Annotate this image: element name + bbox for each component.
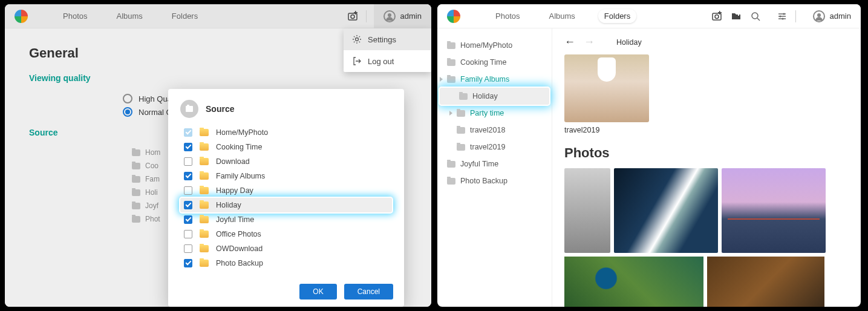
folder-label: Phot	[145, 215, 160, 223]
sidebar-item[interactable]: travel2018	[437, 122, 552, 139]
svg-rect-3	[354, 12, 357, 13]
checkbox[interactable]	[184, 201, 192, 209]
sidebar-item-label: travel2018	[470, 126, 505, 134]
sidebar-item-label: Home/MyPhoto	[460, 41, 512, 50]
checkbox[interactable]	[184, 259, 192, 267]
svg-rect-6	[187, 105, 189, 106]
folder-label: Coo	[145, 162, 158, 170]
ok-button[interactable]: OK	[299, 284, 336, 300]
menu-logout-label: Log out	[368, 57, 394, 66]
app-logo[interactable]	[15, 10, 28, 23]
folder-icon	[132, 149, 140, 156]
source-row[interactable]: Photo Backup	[180, 256, 392, 270]
filter-icon[interactable]	[776, 10, 788, 22]
source-row[interactable]: Holiday	[180, 198, 392, 212]
svg-point-13	[752, 13, 758, 19]
folder-thumb-travel2019[interactable]	[564, 54, 649, 122]
source-row[interactable]: Office Photos	[180, 227, 392, 241]
sidebar-item-label: Party time	[470, 109, 504, 117]
folder-icon	[200, 158, 209, 165]
add-folder-icon[interactable]	[730, 10, 742, 22]
expand-arrow-icon	[449, 111, 452, 116]
photos-heading: Photos	[564, 145, 849, 161]
settings-window: Photos Albums Folders admin Settings Log…	[5, 4, 431, 307]
folder-content: ← → Holiday travel2019 Photos	[552, 28, 861, 307]
photo-thumb[interactable]	[614, 168, 718, 253]
source-row[interactable]: Happy Day	[180, 183, 392, 198]
sidebar-item[interactable]: Photo Backup	[437, 172, 552, 189]
expand-arrow-icon	[440, 77, 443, 82]
nav-tabs: Photos Albums Folders	[57, 9, 330, 23]
folder-label: Fam	[145, 175, 160, 183]
nav-folders[interactable]: Folders	[166, 9, 204, 23]
section-viewing-quality: Viewing quality	[29, 73, 407, 83]
nav-back-icon[interactable]: ←	[564, 36, 575, 48]
source-label: Office Photos	[216, 230, 261, 238]
checkbox[interactable]	[184, 215, 192, 224]
source-label: Home/MyPhoto	[216, 128, 268, 137]
svg-point-18	[783, 13, 785, 15]
nav-albums[interactable]: Albums	[543, 9, 581, 23]
folder-icon	[457, 110, 465, 117]
source-row[interactable]: OWDownload	[180, 241, 392, 256]
app-logo[interactable]	[447, 10, 460, 23]
checkbox[interactable]	[184, 230, 192, 238]
sidebar-item[interactable]: Family Albums	[437, 71, 552, 88]
add-photo-icon[interactable]	[347, 10, 359, 22]
photo-thumb[interactable]	[707, 257, 824, 307]
photo-thumb[interactable]	[564, 168, 610, 253]
cancel-button[interactable]: Cancel	[344, 284, 393, 300]
sidebar-item[interactable]: Cooking Time	[437, 54, 552, 71]
sidebar-item[interactable]: travel2019	[437, 139, 552, 156]
folder-icon	[200, 231, 209, 238]
folder-icon	[132, 163, 140, 169]
checkbox[interactable]	[184, 244, 192, 253]
menu-logout[interactable]: Log out	[344, 50, 431, 72]
checkbox[interactable]	[184, 128, 192, 137]
folder-icon	[447, 76, 455, 83]
checkbox[interactable]	[184, 172, 192, 180]
user-avatar-icon	[813, 10, 825, 22]
sidebar-item[interactable]: Holiday	[440, 88, 549, 105]
checkbox[interactable]	[184, 157, 192, 166]
menu-settings[interactable]: Settings	[344, 28, 431, 50]
checkbox[interactable]	[184, 186, 192, 195]
source-row[interactable]: Family Albums	[180, 169, 392, 183]
sidebar-item[interactable]: Home/MyPhoto	[437, 37, 552, 54]
folder-label: Holi	[145, 188, 158, 197]
svg-rect-5	[186, 106, 193, 112]
nav-folders[interactable]: Folders	[598, 9, 636, 23]
sidebar-item-label: Holiday	[472, 92, 498, 100]
source-row[interactable]: Cooking Time	[180, 140, 392, 154]
folder-icon	[447, 42, 455, 49]
username: admin	[830, 11, 851, 21]
user-menu[interactable]: admin	[803, 4, 861, 28]
radio-icon	[123, 94, 132, 103]
username: admin	[400, 11, 422, 21]
nav-albums[interactable]: Albums	[110, 9, 148, 23]
folder-icon	[200, 216, 209, 223]
photo-thumb[interactable]	[564, 257, 703, 307]
source-row[interactable]: Download	[180, 154, 392, 169]
photo-thumb[interactable]	[722, 168, 826, 253]
sidebar-item[interactable]: Party time	[437, 105, 552, 122]
source-row[interactable]: Home/MyPhoto	[180, 125, 392, 140]
sidebar-item[interactable]: Joyful Time	[437, 156, 552, 172]
source-label: Family Albums	[216, 172, 265, 180]
add-photo-icon[interactable]	[711, 10, 723, 22]
svg-point-19	[779, 15, 781, 17]
user-menu[interactable]: admin	[374, 4, 431, 28]
source-label: Joyful Time	[216, 215, 254, 224]
checkbox[interactable]	[184, 143, 192, 151]
topbar-left: Photos Albums Folders admin	[5, 4, 431, 28]
sidebar-item-label: travel2019	[470, 143, 505, 151]
source-row[interactable]: Joyful Time	[180, 212, 392, 227]
nav-photos[interactable]: Photos	[489, 9, 526, 23]
nav-photos[interactable]: Photos	[57, 9, 93, 23]
source-label: Download	[216, 157, 250, 166]
search-icon[interactable]	[749, 10, 762, 22]
source-list: Home/MyPhotoCooking TimeDownloadFamily A…	[168, 125, 404, 277]
source-label: Photo Backup	[216, 259, 263, 267]
folder-icon	[200, 129, 209, 136]
folder-icon	[200, 187, 209, 194]
